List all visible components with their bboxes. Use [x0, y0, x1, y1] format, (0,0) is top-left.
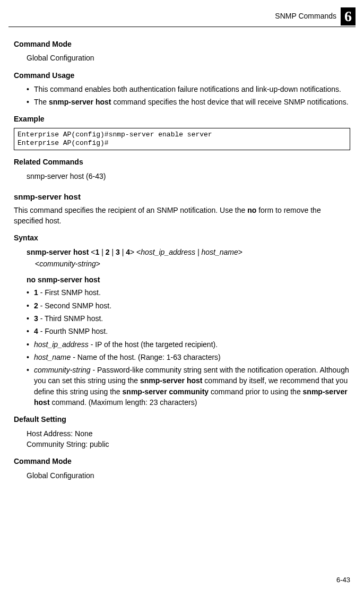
- syn-4: 4: [126, 248, 130, 256]
- syn-3: 3: [116, 248, 120, 256]
- param-2: 2 - Second SNMP host.: [27, 300, 350, 311]
- param-cs-t4: command. (Maximum length: 23 characters): [50, 398, 197, 407]
- related-commands-text: snmp-server host (6-43): [27, 171, 350, 182]
- param-4-desc: - Fourth SNMP host.: [38, 327, 108, 335]
- syn-2: 2: [106, 248, 110, 256]
- syn-host: host_ip_address | host_name: [141, 248, 238, 256]
- chapter-number-box: 6: [341, 7, 356, 25]
- syntax-heading: Syntax: [14, 232, 350, 243]
- usage-item-2: The snmp-server host command specifies t…: [27, 97, 350, 107]
- command-usage-list: This command enables both authentication…: [14, 84, 350, 108]
- header-title: SNMP Commands: [275, 7, 336, 21]
- command-mode-heading-1: Command Mode: [14, 39, 350, 49]
- param-host-ip-name: host_ip_address: [34, 340, 89, 349]
- page-content: Command Mode Global Configuration Comman…: [0, 27, 364, 481]
- example-heading: Example: [14, 114, 350, 124]
- page-header: SNMP Commands 6: [0, 0, 364, 25]
- param-host-ip-desc: - IP of the host (the targeted recipient…: [89, 340, 218, 349]
- syn2-close: >: [96, 260, 100, 268]
- syntax-line-1: snmp-server host <1 | 2 | 3 | 4> <host_i…: [27, 247, 350, 257]
- syn2-cs: community-string: [39, 260, 96, 268]
- param-cs-cmd1: snmp-server host: [140, 376, 202, 385]
- param-host-ip: host_ip_address - IP of the host (the ta…: [27, 339, 350, 350]
- command-mode-text-1: Global Configuration: [27, 53, 350, 63]
- desc-no: no: [247, 206, 256, 214]
- param-community-string: community-string - Password-like communi…: [27, 365, 350, 408]
- syn-close: >: [238, 248, 242, 256]
- syn-p2: |: [110, 248, 116, 256]
- usage-item-2-cmd: snmp-server host: [49, 98, 111, 106]
- param-cs-t3: command prior to using the: [209, 387, 302, 396]
- param-4: 4 - Fourth SNMP host.: [27, 326, 350, 336]
- syntax-line-2: <community-string>: [35, 258, 350, 269]
- param-4-name: 4: [34, 327, 38, 335]
- usage-item-1: This command enables both authentication…: [27, 84, 350, 94]
- param-1: 1 - First SNMP host.: [27, 287, 350, 298]
- param-3-name: 3: [34, 314, 38, 323]
- default-host-address: Host Address: None: [27, 428, 350, 439]
- usage-item-1-text: This command enables both authentication…: [34, 85, 341, 93]
- param-3-desc: - Third SNMP host.: [38, 314, 103, 323]
- syn2-open: <: [35, 260, 39, 268]
- param-2-name: 2: [34, 301, 38, 310]
- param-1-desc: - First SNMP host.: [38, 288, 101, 297]
- default-community-string: Community String: public: [27, 439, 350, 450]
- parameter-list: 1 - First SNMP host. 2 - Second SNMP hos…: [14, 287, 350, 408]
- command-usage-heading: Command Usage: [14, 70, 350, 81]
- desc-pre: This command specifies the recipient of …: [14, 206, 247, 214]
- section-title-snmp-server-host: snmp-server host: [14, 191, 350, 203]
- param-1-name: 1: [34, 288, 38, 297]
- example-code: Enterprise AP(config)#snmp-server enable…: [14, 128, 350, 151]
- syn-mid: > <: [130, 248, 141, 256]
- command-mode-text-2: Global Configuration: [27, 470, 350, 481]
- default-setting-heading: Default Setting: [14, 414, 350, 425]
- section-description: This command specifies the recipient of …: [14, 205, 350, 227]
- usage-item-2-post: command specifies the host device that w…: [111, 98, 349, 106]
- param-cs-cmd2: snmp-server community: [123, 387, 209, 396]
- param-host-name-name: host_name: [34, 353, 71, 361]
- param-3: 3 - Third SNMP host.: [27, 313, 350, 324]
- page-number: 6-43: [336, 575, 350, 585]
- command-mode-heading-2: Command Mode: [14, 456, 350, 467]
- param-cs-name: community-string: [34, 366, 91, 374]
- related-commands-heading: Related Commands: [14, 157, 350, 167]
- syn-p3: |: [120, 248, 126, 256]
- usage-item-2-pre: The: [34, 98, 49, 106]
- param-host-name-desc: - Name of the host. (Range: 1-63 charact…: [71, 353, 220, 361]
- param-host-name: host_name - Name of the host. (Range: 1-…: [27, 352, 350, 362]
- param-2-desc: - Second SNMP host.: [38, 301, 111, 310]
- syn-cmd: snmp-server host: [27, 248, 89, 256]
- syn-open: <: [89, 248, 95, 256]
- syntax-no-form: no snmp-server host: [27, 274, 350, 285]
- syn-p1: |: [99, 248, 105, 256]
